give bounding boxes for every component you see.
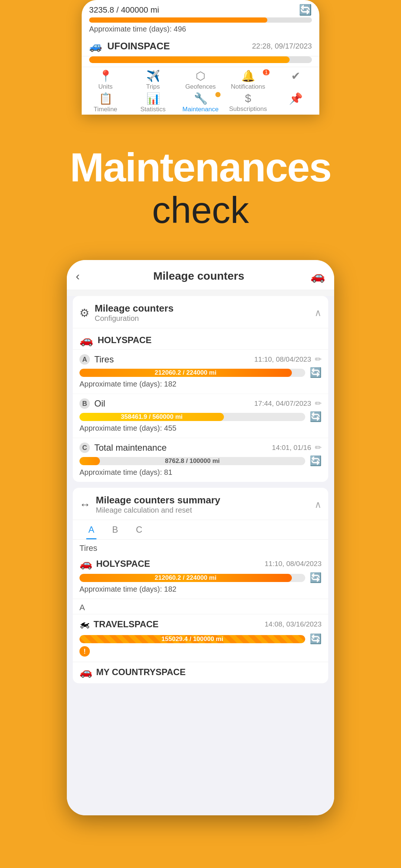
section1-text: Mileage counters Configuration: [95, 303, 314, 323]
nav-geofences-label: Geofences: [185, 83, 216, 91]
countryspace-name: MY COUNTRYSPACE: [96, 667, 186, 677]
oil-progress-bar: 358461.9 / 560000 mi: [79, 413, 305, 421]
nav-check[interactable]: ✔: [272, 69, 319, 91]
oil-name: Oil: [94, 398, 254, 409]
countryspace-block: 🚗 MY COUNTRYSPACE: [73, 662, 328, 683]
tires-progress-fill: 212060.2 / 224000 mi: [79, 369, 292, 377]
top-phone: 3235.8 / 400000 mi 🔄 Approximate time (d…: [82, 0, 319, 115]
holyspace-summary-progress: 212060.2 / 224000 mi: [79, 574, 305, 582]
hero-section: Maintenances check: [0, 115, 401, 260]
subscriptions-icon: $: [245, 92, 251, 105]
tires-label: A: [79, 354, 90, 365]
travelspace-fill-wrapper: 155029.4 / 100000 mi: [79, 635, 305, 643]
unit-date: 22:28, 09/17/2023: [252, 42, 312, 50]
tires-edit-button[interactable]: ✏: [315, 355, 322, 364]
nav-subscriptions[interactable]: $ Subscriptions: [224, 92, 272, 113]
refresh-icon[interactable]: 🔄: [299, 4, 312, 16]
total-edit-button[interactable]: ✏: [315, 443, 322, 453]
holyspace-summary-name: HOLYSPACE: [96, 559, 265, 569]
nav-notifications-label: Notifications: [231, 83, 265, 91]
section2-header: ↔ Mileage counters summary Mileage calcu…: [73, 488, 328, 520]
nav-pin[interactable]: 📌: [272, 92, 319, 113]
holyspace-unit-name: HOLYSPACE: [98, 335, 151, 345]
mileage-progress-section: Approximate time (days): 496: [82, 17, 319, 36]
section2-icon: ↔: [79, 498, 91, 511]
travelspace-name: TRAVELSPACE: [94, 619, 265, 629]
nav-statistics-label: Statistics: [140, 106, 166, 113]
nav-timeline[interactable]: 📋 Timeline: [82, 92, 129, 113]
countryspace-icon: 🚗: [79, 666, 92, 678]
holyspace-summary-approx: Approximate time (days): 182: [79, 585, 322, 594]
tab-b[interactable]: B: [103, 520, 127, 539]
phone-header-icon[interactable]: 🚗: [310, 269, 325, 283]
total-progress-label: 8762.8 / 100000 mi: [79, 457, 305, 465]
nav-statistics[interactable]: 📊 Statistics: [129, 92, 177, 113]
pin-icon: 📌: [289, 92, 303, 105]
hero-subtitle: check: [15, 190, 386, 230]
category-label: Tires: [73, 540, 328, 555]
hero-title: Maintenances: [15, 145, 386, 190]
nav-maintenance[interactable]: 🔧 Maintenance: [177, 92, 224, 113]
total-progress-bar: 8762.8 / 100000 mi: [79, 457, 305, 465]
maint-item-tires: A Tires 11:10, 08/04/2023 ✏ 212060.2 / 2…: [73, 350, 328, 394]
tires-approx: Approximate time (days): 182: [79, 380, 322, 388]
travelspace-date: 14:08, 03/16/2023: [265, 620, 322, 628]
tires-progress-bar: 212060.2 / 224000 mi: [79, 369, 305, 377]
section2-subtitle: Mileage calculation and reset: [96, 506, 314, 514]
nav-subscriptions-label: Subscriptions: [229, 105, 267, 113]
check-icon: ✔: [291, 69, 300, 82]
travelspace-fill: 155029.4 / 100000 mi: [79, 635, 305, 643]
trips-icon: ✈️: [146, 69, 160, 82]
oil-refresh-button[interactable]: 🔄: [310, 411, 322, 423]
nav-notifications[interactable]: 🔔 1 Notifications: [224, 69, 272, 91]
phone-header-title: Mileage counters: [87, 270, 310, 282]
a-label: A: [73, 599, 328, 614]
travelspace-block: 🏍 TRAVELSPACE 14:08, 03/16/2023 155029.4…: [73, 614, 328, 662]
tires-refresh-button[interactable]: 🔄: [310, 367, 322, 378]
oil-label: B: [79, 398, 90, 409]
summary-tabs: A B C: [73, 520, 328, 540]
nav-trips[interactable]: ✈️ Trips: [129, 69, 177, 91]
top-phone-wrapper: 3235.8 / 400000 mi 🔄 Approximate time (d…: [0, 0, 401, 115]
oil-approx: Approximate time (days): 455: [79, 424, 322, 433]
nav-trips-label: Trips: [146, 83, 160, 91]
mileage-header-row: 3235.8 / 400000 mi 🔄: [82, 0, 319, 17]
tab-a[interactable]: A: [79, 520, 103, 539]
nav-units-label: Units: [98, 83, 113, 91]
unit-row: 🚙 UFOINSPACE 22:28, 09/17/2023: [82, 36, 319, 56]
bottom-phone: ‹ Mileage counters 🚗 ⚙ Mileage counters …: [67, 260, 334, 815]
notifications-badge: 1: [263, 69, 270, 75]
travelspace-icon: 🏍: [79, 618, 90, 630]
section1-subtitle: Configuration: [95, 314, 314, 323]
units-icon: 📍: [99, 69, 113, 82]
bottom-nav-row2: 📋 Timeline 📊 Statistics 🔧 Maintenance $ …: [82, 92, 319, 115]
tires-date: 11:10, 08/04/2023: [254, 355, 311, 364]
maint-item-total: C Total maintenance 14:01, 01/16 ✏ 8762.…: [73, 438, 328, 482]
holyspace-summary-date: 11:10, 08/04/2023: [265, 560, 322, 568]
holyspace-summary-block: 🚗 HOLYSPACE 11:10, 08/04/2023 212060.2 /…: [73, 555, 328, 599]
geofences-icon: ⬡: [196, 69, 205, 82]
approx-days: Approximate time (days): 496: [89, 25, 312, 33]
mileage-text: 3235.8 / 400000 mi: [89, 5, 159, 15]
section1-header: ⚙ Mileage counters Configuration ∧: [73, 296, 328, 328]
holyspace-summary-fill: 212060.2 / 224000 mi: [79, 574, 292, 582]
total-refresh-button[interactable]: 🔄: [310, 455, 322, 467]
nav-units[interactable]: 📍 Units: [82, 69, 129, 91]
section1-chevron[interactable]: ∧: [314, 307, 322, 319]
section2-chevron[interactable]: ∧: [314, 499, 322, 510]
travelspace-progress: 155029.4 / 100000 mi: [79, 635, 305, 643]
holyspace-unit-icon: 🚗: [79, 333, 93, 346]
holyspace-summary-refresh[interactable]: 🔄: [310, 572, 322, 583]
travelspace-refresh[interactable]: 🔄: [310, 633, 322, 645]
maint-item-oil: B Oil 17:44, 04/07/2023 ✏ 358461.9 / 560…: [73, 394, 328, 438]
oil-edit-button[interactable]: ✏: [315, 399, 322, 408]
bottom-phone-wrapper: ‹ Mileage counters 🚗 ⚙ Mileage counters …: [0, 260, 401, 830]
back-button[interactable]: ‹: [76, 269, 80, 283]
tires-name: Tires: [94, 354, 254, 365]
section1-icon: ⚙: [79, 306, 89, 319]
mileage-counters-card: ⚙ Mileage counters Configuration ∧ 🚗 HOL…: [73, 296, 328, 482]
notifications-icon: 🔔: [241, 69, 255, 82]
nav-geofences[interactable]: ⬡ Geofences: [177, 69, 224, 91]
tab-c[interactable]: C: [127, 520, 151, 539]
bottom-nav-top-phone: 📍 Units ✈️ Trips ⬡ Geofences 🔔 1 Notific…: [82, 67, 319, 92]
